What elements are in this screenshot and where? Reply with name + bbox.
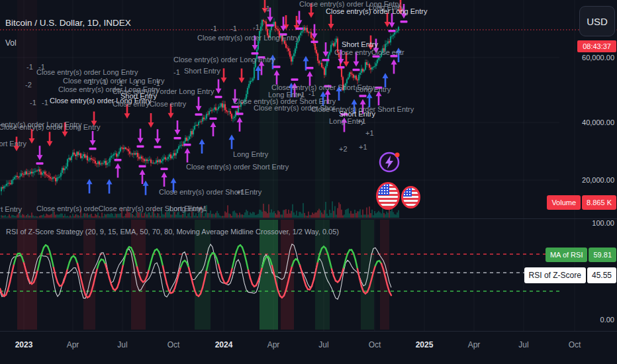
price-axis[interactable]: 08:43:37 60,000.0040,000.0020,000.00100.… bbox=[551, 0, 617, 364]
rsi-badge-value: 45.55 bbox=[587, 267, 616, 283]
time-axis-label: Jul bbox=[117, 340, 127, 349]
axis-tick-label: 100.00 bbox=[592, 219, 614, 227]
indicator-title[interactable]: RSI of Z-Score Strategy (20, 9, 15, EMA,… bbox=[6, 228, 339, 236]
event-flag-icon[interactable] bbox=[401, 186, 420, 208]
ma-of-rsi-badge-label: MA of RSI bbox=[546, 248, 588, 262]
axis-tick-label: 20,000.00 bbox=[582, 176, 614, 184]
bar-countdown-badge: 08:43:37 bbox=[577, 40, 616, 52]
chart-canvas[interactable] bbox=[0, 0, 617, 364]
trading-chart-window: Bitcoin / U.S. Dollar, 1D, INDEX Vol RSI… bbox=[0, 0, 617, 364]
time-axis-label: Oct bbox=[167, 340, 180, 349]
ma-of-rsi-badge-value: 59.81 bbox=[589, 248, 616, 262]
time-axis-label: 2025 bbox=[416, 340, 434, 349]
currency-toggle-button[interactable]: USD bbox=[579, 6, 615, 36]
time-axis-label: 2024 bbox=[215, 340, 233, 349]
time-axis-label: Apr bbox=[67, 340, 79, 349]
time-axis-label: Apr bbox=[267, 340, 280, 349]
symbol-title[interactable]: Bitcoin / U.S. Dollar, 1D, INDEX bbox=[5, 18, 131, 28]
ma-of-rsi-badge-row: MA of RSI 59.81 bbox=[546, 248, 616, 262]
event-flag-icon[interactable] bbox=[376, 182, 400, 210]
pane-separator[interactable] bbox=[0, 218, 617, 219]
time-axis-label: Jul bbox=[518, 340, 528, 349]
volume-badge-value: 8.865 K bbox=[582, 195, 616, 210]
axis-tick-label: 0.00 bbox=[600, 316, 614, 324]
axis-tick-label: 40,000.00 bbox=[582, 118, 614, 126]
volume-badge-label: Volume bbox=[547, 195, 581, 210]
volume-indicator-label[interactable]: Vol bbox=[5, 38, 17, 48]
time-axis-label: Oct bbox=[369, 340, 381, 349]
time-axis-label: Jul bbox=[318, 340, 328, 349]
time-axis-label: Apr bbox=[468, 340, 481, 349]
volume-layer bbox=[1, 201, 399, 218]
time-axis[interactable]: 2023AprJulOct2024AprJulOct2025AprJulOct bbox=[0, 331, 617, 364]
lightning-widget-icon[interactable] bbox=[377, 150, 403, 175]
rsi-badge-row: RSI of Z-Score 45.55 bbox=[524, 267, 616, 283]
volume-badge-row: Volume 8.865 K bbox=[547, 195, 616, 210]
axis-tick-label: 60,000.00 bbox=[582, 54, 614, 62]
time-axis-label: Oct bbox=[569, 340, 581, 349]
time-axis-label: 2023 bbox=[15, 340, 33, 349]
rsi-badge-label: RSI of Z-Score bbox=[524, 267, 586, 283]
